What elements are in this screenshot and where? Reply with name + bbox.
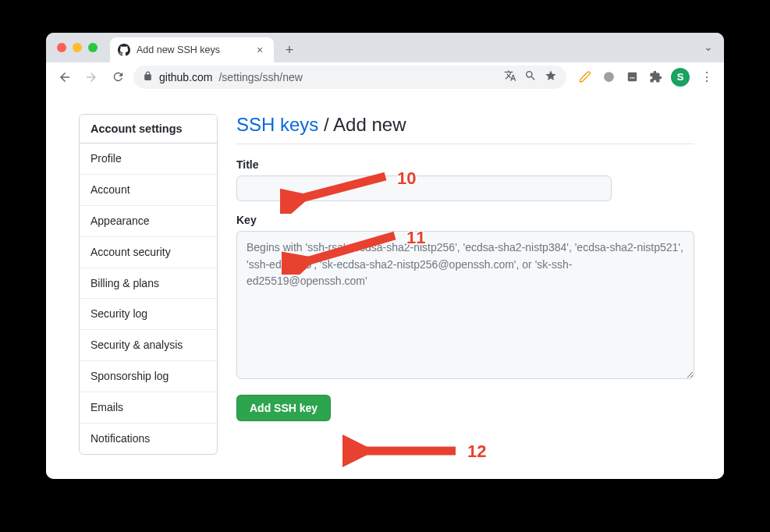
sidebar-item-security-analysis[interactable]: Security & analysis: [80, 330, 217, 361]
page-content: Account settings Profile Account Appeara…: [46, 92, 724, 479]
translate-icon[interactable]: [504, 69, 516, 84]
svg-point-2: [630, 77, 631, 79]
pencil-icon[interactable]: [577, 69, 593, 85]
url-path: /settings/ssh/new: [218, 71, 302, 83]
svg-point-4: [633, 77, 634, 79]
sidebar-heading: Account settings: [80, 115, 217, 144]
menu-icon[interactable]: ⋮: [697, 69, 716, 84]
breadcrumb-sep: /: [318, 114, 333, 135]
sidebar-item-account-security[interactable]: Account security: [80, 237, 217, 268]
close-tab-icon[interactable]: ×: [254, 44, 266, 56]
sidebar-item-security-log[interactable]: Security log: [80, 299, 217, 330]
key-textarea[interactable]: [236, 231, 694, 379]
lock-icon: [143, 71, 153, 83]
puzzle-icon[interactable]: [648, 69, 663, 85]
profile-avatar[interactable]: S: [671, 68, 690, 87]
sidebar-item-profile[interactable]: Profile: [80, 144, 217, 175]
omnibox-actions: [504, 69, 557, 84]
sidebar-item-account[interactable]: Account: [80, 175, 217, 206]
browser-window: Add new SSH keys × + ⌄ github.com/settin…: [46, 33, 724, 479]
breadcrumb-current: Add new: [333, 114, 406, 135]
breadcrumb-link[interactable]: SSH keys: [236, 114, 318, 135]
tab-strip: Add new SSH keys × + ⌄: [46, 33, 724, 62]
reload-button[interactable]: [107, 66, 129, 88]
sidebar-item-appearance[interactable]: Appearance: [80, 206, 217, 237]
minimize-window-icon[interactable]: [73, 43, 82, 52]
tab-title: Add new SSH keys: [137, 44, 220, 55]
globe-icon[interactable]: [601, 69, 616, 85]
svg-point-3: [631, 77, 633, 79]
browser-tab[interactable]: Add new SSH keys ×: [110, 37, 274, 62]
browser-toolbar: github.com/settings/ssh/new S ⋮: [46, 62, 724, 92]
zoom-icon[interactable]: [524, 69, 537, 84]
breadcrumb: SSH keys / Add new: [236, 114, 694, 144]
window-controls: [57, 43, 98, 52]
settings-sidebar: Account settings Profile Account Appeara…: [79, 114, 218, 455]
add-ssh-key-button[interactable]: Add SSH key: [236, 395, 331, 421]
svg-point-0: [604, 72, 614, 82]
tabs-overflow-icon[interactable]: ⌄: [704, 41, 713, 53]
back-button[interactable]: [54, 66, 76, 88]
title-label: Title: [236, 158, 694, 171]
main-panel: SSH keys / Add new Title Key Add SSH key: [236, 114, 694, 455]
address-bar[interactable]: github.com/settings/ssh/new: [133, 66, 566, 89]
maximize-window-icon[interactable]: [88, 43, 98, 52]
sidebar-item-sponsorship-log[interactable]: Sponsorship log: [80, 361, 217, 392]
block-icon[interactable]: [624, 69, 640, 85]
url-host: github.com: [159, 71, 212, 83]
sidebar-item-notifications[interactable]: Notifications: [80, 424, 217, 454]
forward-button[interactable]: [80, 66, 102, 88]
extensions: S ⋮: [577, 68, 716, 87]
github-favicon: [118, 44, 130, 56]
close-window-icon[interactable]: [57, 43, 66, 52]
sidebar-item-emails[interactable]: Emails: [80, 392, 217, 424]
sidebar-item-billing[interactable]: Billing & plans: [80, 268, 217, 300]
key-label: Key: [236, 214, 694, 226]
star-icon[interactable]: [545, 69, 557, 84]
title-input[interactable]: [236, 176, 612, 201]
new-tab-button[interactable]: +: [279, 39, 300, 61]
svg-rect-1: [627, 73, 636, 81]
